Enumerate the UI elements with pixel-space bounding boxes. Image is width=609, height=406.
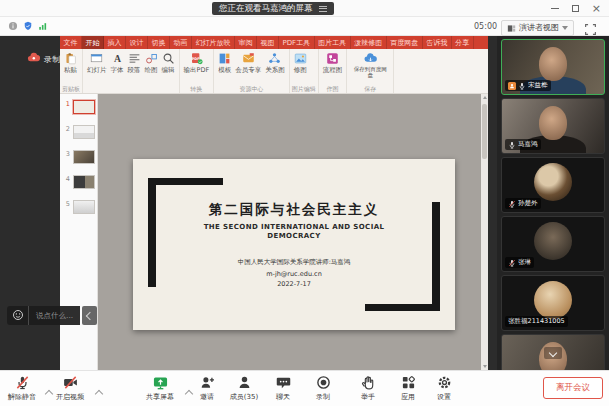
- participant-tile[interactable]: 张琳: [501, 216, 605, 272]
- slide-thumbnail: 4: [64, 175, 95, 189]
- toolbar-expand-chevron[interactable]: [96, 382, 102, 401]
- pdf-icon: PDF: [190, 52, 203, 65]
- signal-icon[interactable]: [38, 21, 48, 31]
- wps-tab: 视图: [257, 36, 279, 49]
- ribbon-group: 流程图作图: [319, 49, 348, 93]
- ribbon-button-label: 粘贴: [64, 66, 77, 75]
- ribbon-group-label: 作图: [321, 84, 345, 93]
- ribbon-group-label: 转换: [182, 84, 212, 93]
- cloud-record-icon: [27, 50, 41, 69]
- participant-tile[interactable]: 孙楚外: [501, 157, 605, 213]
- dog-avatar: [534, 163, 572, 201]
- apps-icon: [401, 375, 416, 390]
- slides-icon: [90, 52, 103, 65]
- slide-thumbnail-image: [73, 200, 95, 214]
- participant-tile[interactable]: 马嘉鸿: [501, 98, 605, 154]
- host-badge-icon: [508, 82, 516, 90]
- ribbon-group-label: 保存: [349, 84, 391, 93]
- raise-hand-icon: [361, 375, 376, 390]
- ribbon-button: 幻灯片: [85, 51, 109, 76]
- toolbar-item-share-screen[interactable]: 共享屏幕: [134, 375, 186, 402]
- layout-icon: [507, 24, 516, 33]
- slide-number: 4: [64, 175, 70, 183]
- ribbon-button: 会员专享: [233, 51, 263, 76]
- ribbon-button-label: 会员专享: [235, 66, 261, 75]
- slide-number: 3: [64, 150, 70, 158]
- leave-meeting-button[interactable]: 离开会议: [543, 377, 603, 399]
- maximize-icon[interactable]: [572, 5, 579, 12]
- emoji-button[interactable]: [7, 306, 28, 325]
- ribbon-group: PDF输出PDF转换: [180, 49, 215, 93]
- chat-input[interactable]: 说点什么...: [28, 306, 80, 325]
- wps-scrollbar: [481, 94, 488, 370]
- slide-thumbnail: 3: [64, 150, 95, 164]
- members-icon: [237, 375, 252, 390]
- ribbon-button: 模板: [216, 51, 233, 76]
- view-mode-button[interactable]: 演讲者视图: [501, 20, 574, 36]
- toolbar-item-mic-muted[interactable]: 解除静音: [0, 375, 48, 402]
- ribbon-group-label: 剪贴板: [62, 84, 80, 93]
- camera-off-icon: [63, 375, 78, 390]
- flowchart-icon: [326, 52, 339, 65]
- ribbon-button: 粘贴: [62, 51, 79, 76]
- participant-video: [539, 47, 567, 81]
- ribbon-button-label: 字体: [111, 66, 124, 75]
- toolbar-item-label: 解除静音: [8, 392, 36, 402]
- ribbon-group: 模板会员专享关系图资源中心: [214, 49, 290, 93]
- view-mode-label: 演讲者视图: [519, 22, 559, 33]
- participant-tile[interactable]: 张胜福211431005: [501, 275, 605, 331]
- ribbon-button-label: 幻灯片: [87, 66, 107, 75]
- minimize-icon[interactable]: [551, 8, 559, 10]
- wps-ribbon: 粘贴剪贴板幻灯片A字体段落绘图编辑PDF输出PDF转换模板会员专享关系图资源中心…: [60, 49, 488, 94]
- teddy-avatar: [534, 281, 572, 319]
- ribbon-button-label: 编辑: [162, 66, 175, 75]
- meeting-window: 您正在观看马嘉鸿的屏幕 × 05:00 演讲者视图 录制中 文件开始插入设计切换…: [0, 0, 609, 406]
- fullscreen-icon[interactable]: [584, 21, 597, 34]
- participant-name-bar: 张琳: [505, 257, 534, 268]
- meeting-toolbar: 离开会议 解除静音开启视频共享屏幕邀请成员(35)聊天录制举手应用设置: [0, 370, 609, 406]
- slide-thumbnail-image: [73, 175, 95, 189]
- toolbar-item-camera-off[interactable]: 开启视频: [44, 375, 96, 402]
- ribbon-group-label: [85, 84, 177, 93]
- wps-tab: 切换: [148, 36, 170, 49]
- wps-tab: 图片工具: [315, 36, 351, 49]
- banner-menu-icon[interactable]: [319, 6, 327, 12]
- participant-name: 马嘉鸿: [518, 140, 538, 149]
- toolbar-item-settings[interactable]: 设置: [418, 375, 470, 402]
- smiley-icon: [12, 306, 24, 325]
- template-icon: [218, 52, 231, 65]
- info-icon[interactable]: [8, 21, 18, 31]
- chat-collapse-button[interactable]: [82, 306, 97, 325]
- toolbar-item-label: 应用: [401, 392, 415, 402]
- more-participants-indicator[interactable]: [544, 347, 562, 359]
- chat-quick-bar: 说点什么...: [7, 306, 97, 325]
- slide-subtitle: THE SECOND INTERNATIONAL AND SOCIAL DEMO…: [194, 223, 394, 241]
- mic-off-icon: [508, 259, 516, 267]
- ribbon-button: 编辑: [160, 51, 177, 76]
- ribbon-button: 修图: [292, 51, 309, 76]
- wps-tab: 审阅: [235, 36, 257, 49]
- svg-text:A: A: [113, 53, 120, 64]
- ribbon-button: PDF输出PDF: [182, 51, 212, 76]
- record-icon: [316, 375, 331, 390]
- paragraph-icon: [128, 52, 141, 65]
- mic-on-icon: [518, 82, 526, 90]
- wps-presentation-window: 文件开始插入设计切换动画幻灯片放映审阅视图PDF工具图片工具泼辣修图百度网盘告诉…: [60, 36, 488, 370]
- participant-tile[interactable]: [501, 334, 605, 370]
- status-bar: 05:00 演讲者视图: [0, 17, 609, 36]
- ribbon-button-label: 流程图: [323, 66, 343, 75]
- shield-icon[interactable]: [23, 21, 33, 31]
- close-icon[interactable]: ×: [592, 3, 601, 14]
- slide-thumbnail: 2: [64, 125, 95, 139]
- wps-tab: 插入: [104, 36, 126, 49]
- mic-off-icon: [508, 200, 516, 208]
- ribbon-button: 关系图: [263, 51, 287, 76]
- participant-name-bar: 宋益桦: [505, 80, 551, 91]
- ribbon-button-label: 保存到百度网盘: [351, 66, 389, 79]
- top-bar: 您正在观看马嘉鸿的屏幕 ×: [0, 0, 609, 17]
- ribbon-button: 绘图: [143, 51, 160, 76]
- slide-title: 第二国际与社会民主主义: [133, 201, 455, 219]
- person-avatar: [534, 222, 572, 260]
- person-icon: [509, 83, 515, 89]
- participant-tile[interactable]: 宋益桦: [501, 39, 605, 95]
